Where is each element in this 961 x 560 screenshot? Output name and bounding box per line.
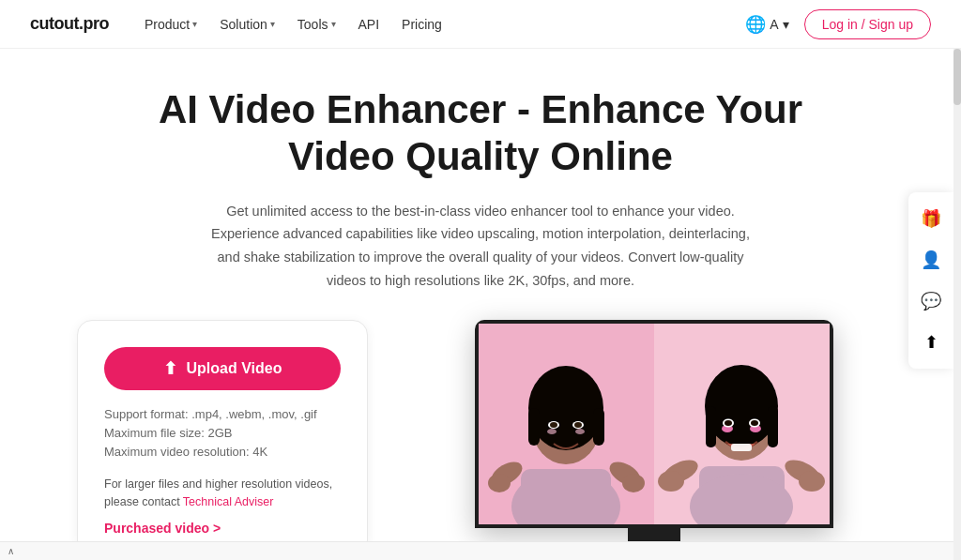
feedback-icon[interactable]: 💬 — [916, 286, 946, 316]
svg-rect-7 — [528, 408, 540, 446]
nav-api-label: API — [358, 17, 380, 32]
resolution-info: Maximum video resolution: 4K — [104, 445, 317, 459]
two-col-section: ⬆ Upload Video Support format: .mp4, .we… — [77, 320, 884, 560]
nav-solution-chevron: ▾ — [270, 19, 275, 29]
avatar-icon[interactable]: 👤 — [916, 245, 946, 275]
nav-product[interactable]: Product ▾ — [135, 11, 206, 38]
side-panel: 🎁 👤 💬 ⬆ — [908, 192, 953, 369]
nav-tools-chevron: ▾ — [331, 19, 336, 29]
svg-point-15 — [488, 474, 511, 492]
nav-api[interactable]: API — [349, 11, 389, 38]
logo[interactable]: cutout.pro — [30, 14, 109, 34]
nav-tools[interactable]: Tools ▾ — [288, 11, 345, 38]
lang-icon: 🌐 — [745, 14, 766, 35]
bottom-bar: ∧ — [0, 541, 953, 560]
svg-point-9 — [547, 429, 557, 434]
svg-point-34 — [799, 471, 825, 492]
lang-selector[interactable]: 🌐 A ▾ — [745, 14, 788, 35]
login-button[interactable]: Log in / Sign up — [804, 9, 931, 39]
monitor-wrapper — [475, 320, 833, 560]
monitor-area — [424, 320, 884, 560]
svg-rect-24 — [706, 406, 716, 447]
scrollbar-thumb[interactable] — [953, 49, 961, 105]
video-screen — [479, 324, 830, 524]
format-info: Support format: .mp4, .webm, .mov, .gif — [104, 407, 317, 421]
hero-subtitle: Get unlimited access to the best-in-clas… — [208, 200, 753, 293]
svg-rect-8 — [593, 408, 604, 446]
lang-chevron: ▾ — [783, 17, 789, 32]
upload-btn-label: Upload Video — [187, 360, 282, 377]
nav-pricing-label: Pricing — [402, 17, 442, 32]
size-info: Maximum file size: 2GB — [104, 426, 317, 440]
monitor-frame — [475, 320, 833, 528]
svg-point-29 — [725, 420, 732, 426]
svg-point-10 — [575, 429, 585, 434]
nav-pricing[interactable]: Pricing — [392, 11, 451, 38]
gift-icon[interactable]: 🎁 — [916, 204, 946, 234]
hero-title: AI Video Enhancer - Enhance Your Video Q… — [152, 86, 809, 181]
main-content: AI Video Enhancer - Enhance Your Video Q… — [0, 49, 961, 560]
svg-point-12 — [550, 422, 557, 428]
lang-label: A — [770, 17, 778, 32]
upload-to-top-icon[interactable]: ⬆ — [916, 327, 946, 357]
person-left-svg — [479, 324, 654, 524]
purchased-video-link[interactable]: Purchased video > — [104, 521, 221, 536]
upload-panel: ⬆ Upload Video Support format: .mp4, .we… — [77, 320, 368, 555]
video-left-half — [479, 324, 654, 524]
technical-adviser-link[interactable]: Technical Adviser — [183, 495, 274, 508]
svg-point-33 — [658, 471, 684, 492]
svg-rect-25 — [768, 406, 778, 447]
nav-links: Product ▾ Solution ▾ Tools ▾ API Pricing — [135, 11, 451, 38]
upload-video-button[interactable]: ⬆ Upload Video — [104, 347, 341, 390]
upload-footer: For larger files and higher resolution v… — [104, 476, 341, 511]
nav-solution[interactable]: Solution ▾ — [210, 11, 284, 38]
video-right-half — [654, 324, 830, 524]
svg-rect-2 — [521, 469, 611, 524]
nav-product-label: Product — [145, 17, 190, 32]
nav-right: 🌐 A ▾ Log in / Sign up — [745, 9, 931, 39]
svg-point-16 — [622, 474, 645, 492]
nav-product-chevron: ▾ — [192, 19, 197, 29]
scrollbar[interactable] — [953, 0, 961, 560]
navbar: cutout.pro Product ▾ Solution ▾ Tools ▾ … — [0, 0, 961, 49]
upload-info: Support format: .mp4, .webm, .mov, .gif … — [104, 407, 317, 459]
nav-left: cutout.pro Product ▾ Solution ▾ Tools ▾ … — [30, 11, 451, 38]
svg-rect-32 — [731, 444, 752, 451]
nav-solution-label: Solution — [220, 17, 267, 32]
upload-arrow-icon: ⬆ — [163, 358, 177, 379]
svg-point-31 — [751, 420, 758, 426]
svg-point-14 — [574, 422, 582, 428]
scroll-up-button[interactable]: ∧ — [8, 546, 14, 556]
nav-tools-label: Tools — [297, 17, 328, 32]
person-right-svg — [654, 324, 830, 524]
